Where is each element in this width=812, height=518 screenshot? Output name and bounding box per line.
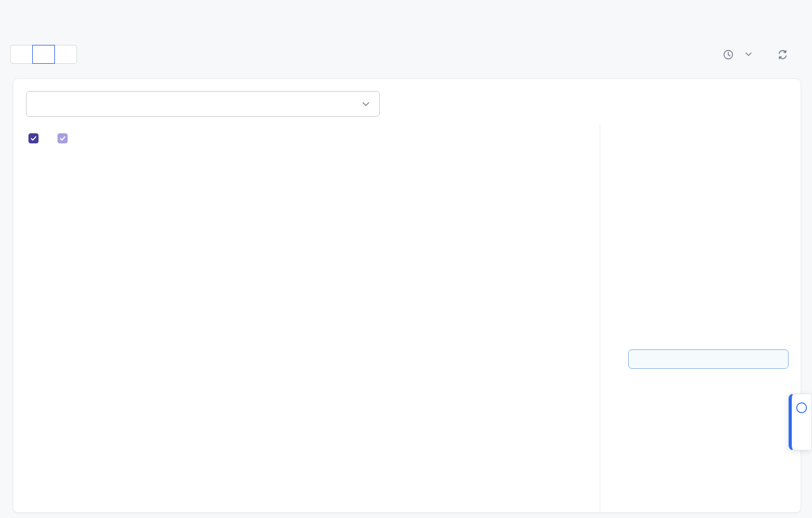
- metric-sidebar: [600, 79, 802, 512]
- metrics-panel: [13, 78, 801, 513]
- toggle-ce-ce-button[interactable]: [54, 45, 77, 64]
- time-range-selector[interactable]: [723, 49, 752, 60]
- chevron-down-icon: [362, 102, 370, 107]
- help-tab-label: [791, 430, 812, 440]
- clock-icon: [723, 49, 734, 60]
- checkmark-icon: [30, 135, 37, 142]
- help-tab[interactable]: [789, 394, 812, 450]
- top-nav: [16, 0, 107, 36]
- checkbox-checked-dark: [28, 133, 39, 143]
- metric-item-latency-selected[interactable]: [628, 349, 789, 369]
- chart-controls: [723, 45, 794, 64]
- legend-checkbox-pa4-par[interactable]: [58, 133, 73, 143]
- connection-type-toggle: [10, 45, 77, 64]
- brush-overview-chart[interactable]: [20, 411, 600, 493]
- series-legend: [28, 132, 73, 145]
- toggle-ce-re-button[interactable]: [32, 45, 55, 64]
- question-circle-icon: [796, 402, 808, 414]
- refresh-control[interactable]: [777, 49, 794, 60]
- chevron-down-icon: [745, 52, 752, 57]
- connector-select[interactable]: [26, 91, 380, 117]
- legend-checkbox-ny8-nyc[interactable]: [28, 133, 44, 143]
- refresh-icon: [777, 49, 788, 60]
- checkmark-icon: [59, 135, 66, 142]
- checkbox-checked-light: [58, 133, 68, 143]
- toggle-ce-button[interactable]: [10, 45, 33, 64]
- latency-line-chart: [20, 145, 600, 410]
